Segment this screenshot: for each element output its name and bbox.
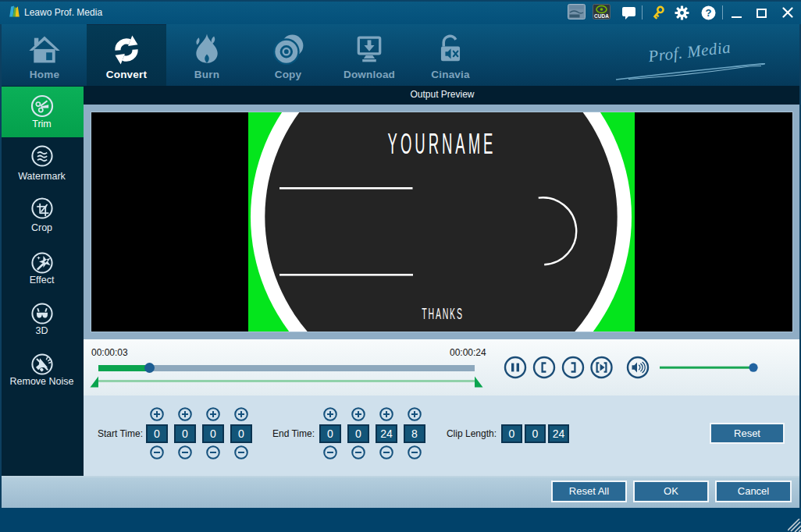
svg-text:?: ? — [706, 7, 712, 19]
svg-text:CUDA: CUDA — [594, 13, 609, 19]
